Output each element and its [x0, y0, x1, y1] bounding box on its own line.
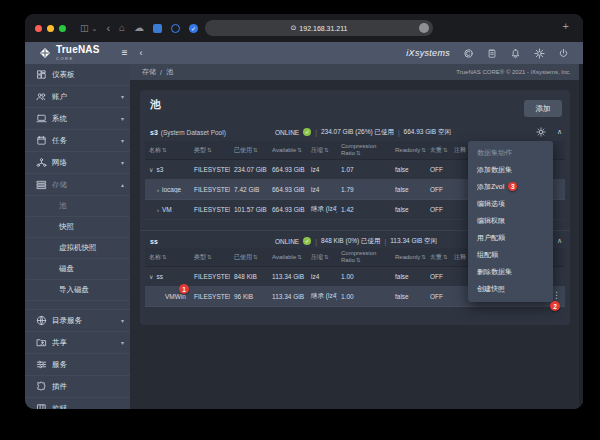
sidebar-label: 任务: [52, 136, 67, 146]
pool-settings-gear-icon[interactable]: [536, 127, 546, 137]
settings-gear-icon[interactable]: [534, 48, 545, 59]
directory-services-icon: [36, 315, 52, 326]
sidebar-item-snapshots[interactable]: 快照: [25, 217, 130, 238]
alerts-bell-icon[interactable]: [510, 48, 521, 59]
sidebar-item-system[interactable]: 系统 ▾: [25, 108, 130, 130]
sidebar-label: 系统: [52, 114, 67, 124]
sidebar-item-dashboard[interactable]: 仪表板: [25, 64, 130, 86]
sidebar-toggle-icon[interactable]: ◫: [80, 24, 89, 33]
sidebar-item-directory-services[interactable]: 目录服务 ▾: [25, 309, 130, 332]
address-bar[interactable]: ⊙ 192.168.31.211: [205, 20, 433, 36]
expand-icon[interactable]: ›: [157, 207, 159, 213]
pool-used: 848 KiB (0%) 已使用: [321, 237, 381, 246]
column-header[interactable]: Available⇅: [268, 254, 307, 261]
sidebar-item-storage[interactable]: 存储 ▴: [25, 174, 130, 196]
dataset-name-cell[interactable]: ›VM: [145, 206, 190, 213]
truecommand-icon[interactable]: [463, 48, 474, 59]
new-tab-button[interactable]: +: [563, 21, 569, 32]
column-header[interactable]: Compression Ratio⇅: [337, 250, 391, 264]
column-header[interactable]: 已使用⇅: [230, 254, 268, 261]
cloud-icon[interactable]: ☁: [134, 23, 144, 33]
column-header[interactable]: Readonly⇅: [391, 254, 426, 261]
compass-icon[interactable]: [171, 24, 180, 33]
column-header[interactable]: Available⇅: [268, 147, 307, 154]
expand-icon[interactable]: ›: [157, 187, 159, 193]
back-icon[interactable]: ‹: [106, 23, 110, 34]
dataset-name-cell[interactable]: ∨s3: [145, 166, 190, 173]
dedup-cell: OFF: [426, 166, 450, 173]
annotation-badge-3: 3: [508, 182, 517, 191]
dataset-name-cell[interactable]: ›iocage: [145, 186, 190, 193]
truenas-logo[interactable]: TrueNAS CORE: [25, 45, 100, 61]
column-header[interactable]: Compression Ratio⇅: [337, 143, 391, 157]
menu-item-add-dataset[interactable]: 添加数据集: [468, 161, 553, 178]
check-extension-icon[interactable]: ✓: [189, 24, 198, 33]
menu-item-create-snapshot[interactable]: 创建快照: [468, 280, 553, 297]
column-header[interactable]: 类型⇅: [190, 254, 230, 261]
column-header[interactable]: 压缩⇅: [307, 147, 337, 154]
sidebar-item-pools[interactable]: 池: [25, 196, 130, 217]
collapse-pool-icon[interactable]: ∧: [557, 237, 562, 245]
sort-icon: ⇅: [443, 147, 448, 153]
sort-icon: ⇅: [253, 254, 258, 260]
minimize-window-button[interactable]: [47, 25, 54, 32]
app-extension-icon[interactable]: [153, 24, 162, 33]
ratio-cell: 1.79: [337, 186, 391, 193]
menu-item-add-zvol[interactable]: 添加Zvol3: [468, 178, 553, 195]
scrollbar[interactable]: [579, 64, 583, 409]
nav-back-icon[interactable]: ‹: [139, 49, 142, 58]
menu-item-group-quotas[interactable]: 组配额: [468, 246, 553, 263]
close-window-button[interactable]: [35, 25, 42, 32]
tasks-clipboard-icon[interactable]: [487, 48, 497, 59]
expand-icon[interactable]: ∨: [149, 167, 153, 173]
sidebar-item-tasks[interactable]: 任务 ▾: [25, 130, 130, 152]
column-header[interactable]: 压缩⇅: [307, 254, 337, 261]
collapse-pool-icon[interactable]: ∧: [557, 128, 562, 136]
sidebar-item-disks[interactable]: 磁盘: [25, 259, 130, 280]
breadcrumb-section[interactable]: 存储: [142, 67, 156, 77]
menu-item-edit-permissions[interactable]: 编辑权限: [468, 212, 553, 229]
dedup-cell: OFF: [426, 273, 450, 280]
url-text: 192.168.31.211: [299, 25, 347, 32]
ixsystems-logo: iXsystems: [406, 48, 450, 58]
home-icon[interactable]: ⌂: [119, 23, 125, 33]
sidebar-item-jails[interactable]: 监狱: [25, 398, 130, 409]
sidebar-item-services[interactable]: 服务: [25, 354, 130, 376]
column-header[interactable]: 已使用⇅: [230, 147, 268, 154]
sidebar-label: 导入磁盘: [59, 285, 89, 295]
nav-menu-icon[interactable]: ≡: [122, 48, 128, 58]
column-header[interactable]: 名称⇅: [145, 254, 190, 261]
status-text: ONLINE: [275, 238, 299, 245]
power-icon[interactable]: [558, 48, 569, 59]
pool-status: ONLINE ✓ | 234.07 GiB (26%) 已使用 | 664.93…: [275, 128, 451, 137]
menu-item-delete-dataset[interactable]: 删除数据集: [468, 263, 553, 280]
add-pool-button[interactable]: 添加: [524, 100, 562, 117]
zoom-window-button[interactable]: [59, 25, 66, 32]
column-header[interactable]: Readonly⇅: [391, 147, 426, 154]
tab-overview-chevron-icon[interactable]: ⌄: [92, 25, 98, 32]
sidebar-item-vm-snapshots[interactable]: 虚拟机快照: [25, 238, 130, 259]
sidebar-item-import-disk[interactable]: 导入磁盘: [25, 280, 130, 301]
compression-cell: lz4: [307, 273, 337, 280]
column-header[interactable]: 去重⇅: [426, 147, 450, 154]
menu-item-edit-options[interactable]: 编辑选项: [468, 195, 553, 212]
column-header[interactable]: 类型⇅: [190, 147, 230, 154]
sidebar-item-accounts[interactable]: 账户 ▾: [25, 86, 130, 108]
status-check-icon: ✓: [303, 237, 311, 245]
sidebar-item-network[interactable]: 网络 ▾: [25, 152, 130, 174]
sidebar-item-sharing[interactable]: 共享 ▾: [25, 332, 130, 354]
column-header[interactable]: 名称⇅: [145, 147, 190, 154]
reload-icon[interactable]: [419, 23, 429, 33]
sidebar-label: 插件: [52, 382, 67, 392]
dataset-name-cell[interactable]: ∨ss: [145, 273, 190, 280]
expand-icon[interactable]: ∨: [149, 274, 153, 280]
sidebar: 仪表板 账户 ▾ 系统 ▾ 任务 ▾ 网络 ▾ 存储 ▴ 池 快照 虚拟机快: [25, 64, 130, 409]
menu-item-user-quotas[interactable]: 用户配额: [468, 229, 553, 246]
sidebar-item-plugins[interactable]: 插件: [25, 376, 130, 398]
pool-status: ONLINE ✓ | 848 KiB (0%) 已使用 | 113.34 GiB…: [275, 237, 437, 246]
row-actions-dots-icon[interactable]: ⋮: [552, 291, 561, 300]
sort-icon: ⇅: [324, 254, 329, 260]
pool-name: ss: [140, 238, 158, 245]
sort-icon: ⇅: [297, 254, 302, 260]
column-header[interactable]: 去重⇅: [426, 254, 450, 261]
